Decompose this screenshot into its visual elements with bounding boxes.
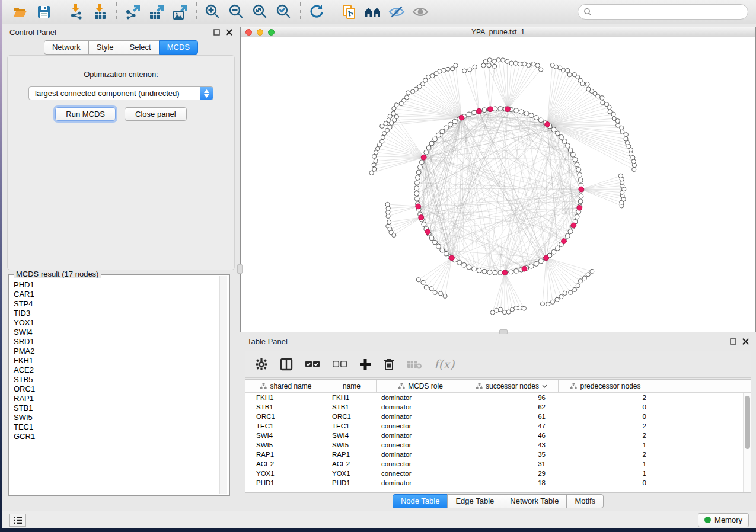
open-folder-icon[interactable] — [8, 1, 32, 23]
memory-button[interactable]: Memory — [698, 513, 749, 527]
result-node-item[interactable]: STB5 — [14, 375, 229, 384]
network-leaf-node[interactable] — [454, 63, 458, 68]
network-leaf-node[interactable] — [487, 58, 492, 62]
network-node[interactable] — [534, 116, 538, 120]
network-node[interactable] — [436, 244, 441, 249]
network-leaf-node[interactable] — [390, 121, 394, 125]
result-node-item[interactable]: CAR1 — [14, 290, 229, 299]
network-node[interactable] — [414, 191, 419, 196]
table-scrollbar-thumb[interactable] — [745, 396, 750, 449]
hide-selected-icon[interactable] — [385, 1, 409, 23]
network-node[interactable] — [559, 134, 564, 139]
network-leaf-node[interactable] — [421, 280, 425, 284]
vertical-splitter-grip[interactable] — [237, 264, 243, 274]
result-node-item[interactable]: FKH1 — [14, 356, 229, 366]
network-leaf-node[interactable] — [462, 69, 467, 73]
network-leaf-node[interactable] — [632, 167, 636, 171]
network-node[interactable] — [578, 199, 583, 204]
network-node[interactable] — [487, 270, 492, 275]
network-leaf-node[interactable] — [620, 130, 624, 134]
network-leaf-node[interactable] — [381, 135, 385, 139]
column-header-shared-name[interactable]: shared name — [245, 380, 327, 392]
table-row[interactable]: SWI5SWI5connector431 — [245, 440, 751, 450]
network-node[interactable] — [433, 240, 438, 245]
result-node-item[interactable]: STP4 — [14, 299, 229, 309]
task-history-button[interactable] — [9, 514, 26, 527]
tab-select[interactable]: Select — [122, 40, 160, 55]
network-leaf-node[interactable] — [483, 60, 487, 64]
delete-column-icon[interactable] — [383, 358, 395, 371]
mcds-hub-node[interactable] — [505, 107, 511, 112]
network-node[interactable] — [538, 259, 543, 264]
zoom-selected-icon[interactable] — [272, 1, 296, 23]
network-leaf-node[interactable] — [601, 101, 605, 105]
add-column-icon[interactable] — [359, 358, 371, 370]
network-node[interactable] — [424, 150, 429, 155]
network-leaf-node[interactable] — [578, 279, 582, 283]
network-leaf-node[interactable] — [600, 95, 604, 100]
show-columns-icon[interactable] — [280, 358, 293, 371]
network-leaf-node[interactable] — [424, 285, 428, 289]
close-table-panel-icon[interactable] — [742, 338, 749, 345]
network-node[interactable] — [514, 108, 519, 113]
float-table-panel-icon[interactable] — [730, 338, 736, 345]
network-node[interactable] — [440, 129, 445, 134]
mcds-hub-node[interactable] — [545, 122, 550, 127]
network-node[interactable] — [514, 268, 519, 273]
mcds-hub-node[interactable] — [477, 108, 482, 114]
network-leaf-node[interactable] — [423, 78, 428, 82]
network-node[interactable] — [538, 118, 543, 123]
network-node[interactable] — [457, 260, 462, 265]
network-leaf-node[interactable] — [573, 287, 577, 291]
network-leaf-node[interactable] — [585, 82, 589, 86]
network-leaf-node[interactable] — [567, 73, 572, 77]
network-leaf-node[interactable] — [558, 66, 562, 70]
table-scrollbar[interactable] — [743, 393, 751, 492]
network-node[interactable] — [414, 181, 419, 185]
column-header-MCDS-role[interactable]: MCDS role — [377, 380, 465, 392]
mcds-hub-node[interactable] — [421, 155, 426, 160]
save-icon[interactable] — [32, 1, 56, 23]
mcds-hub-node[interactable] — [522, 266, 527, 271]
network-canvas[interactable] — [241, 37, 755, 332]
network-node[interactable] — [555, 131, 560, 136]
float-window-icon[interactable] — [213, 29, 220, 36]
network-leaf-node[interactable] — [380, 124, 384, 128]
run-mcds-button[interactable]: Run MCDS — [55, 107, 116, 121]
network-leaf-node[interactable] — [410, 89, 414, 94]
network-node[interactable] — [551, 127, 556, 132]
table-row[interactable]: TEC1TEC1connector472 — [245, 421, 751, 431]
network-node[interactable] — [422, 222, 426, 227]
tab-network-table[interactable]: Network Table — [502, 494, 567, 508]
network-leaf-node[interactable] — [502, 310, 506, 315]
network-leaf-node[interactable] — [443, 294, 447, 298]
show-all-icon[interactable] — [409, 1, 432, 23]
network-leaf-node[interactable] — [513, 61, 518, 65]
network-leaf-node[interactable] — [468, 68, 472, 72]
export-image-icon[interactable] — [168, 1, 192, 23]
import-table-icon[interactable] — [88, 1, 112, 23]
network-leaf-node[interactable] — [612, 116, 616, 120]
network-node[interactable] — [578, 172, 582, 177]
result-node-item[interactable]: GCR1 — [14, 432, 229, 441]
network-leaf-node[interactable] — [509, 61, 513, 65]
network-node[interactable] — [565, 233, 570, 238]
network-node[interactable] — [467, 265, 471, 270]
network-node[interactable] — [555, 246, 560, 251]
tab-network[interactable]: Network — [44, 40, 89, 55]
network-leaf-node[interactable] — [439, 291, 443, 296]
table-row[interactable]: ACE2ACE2connector311 — [245, 459, 751, 469]
network-leaf-node[interactable] — [372, 167, 377, 171]
mcds-hub-node[interactable] — [502, 270, 508, 275]
network-node[interactable] — [529, 113, 534, 118]
network-node[interactable] — [414, 185, 419, 190]
network-node[interactable] — [416, 170, 421, 175]
optimization-criterion-select[interactable]: largest connected component (undirected) — [28, 86, 213, 100]
tab-motifs[interactable]: Motifs — [566, 494, 604, 508]
network-leaf-node[interactable] — [385, 202, 390, 206]
network-node[interactable] — [519, 110, 524, 114]
network-leaf-node[interactable] — [430, 73, 435, 78]
table-row[interactable]: SWI4SWI4dominator462 — [245, 431, 751, 440]
refresh-layout-icon[interactable] — [305, 1, 328, 23]
tab-edge-table[interactable]: Edge Table — [447, 494, 502, 508]
